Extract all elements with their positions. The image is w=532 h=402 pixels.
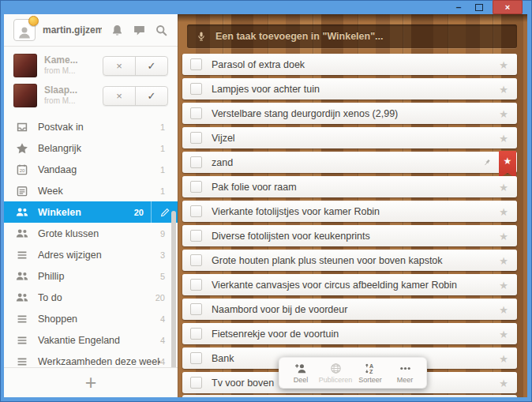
search-icon[interactable] <box>155 24 168 37</box>
person-icon <box>17 24 32 40</box>
sidebar-item-shoppen[interactable]: Shoppen 4 <box>4 308 178 329</box>
star-icon[interactable]: ★ <box>499 329 508 339</box>
sidebar-item-vakantie-engeland[interactable]: Vakantie Engeland 4 <box>4 329 178 351</box>
chat-icon[interactable] <box>133 24 146 37</box>
task-row[interactable]: Lampjes voor achter tuin ★ <box>182 78 517 100</box>
task-row[interactable]: Vijzel ★ <box>182 127 517 148</box>
microphone-icon[interactable] <box>196 31 207 42</box>
sidebar-item-grote-klussen[interactable]: Grote klussen 9 <box>4 223 178 244</box>
toolbar-sorteer-button[interactable]: AZ Sorteer <box>353 363 388 384</box>
star-icon[interactable]: ★ <box>499 84 508 94</box>
notification-actions: × ✓ <box>103 86 168 106</box>
accept-button[interactable]: ✓ <box>135 57 167 75</box>
add-task-input[interactable]: Een taak toevoegen in "Winkelen"... <box>187 24 517 48</box>
notification-item[interactable]: Kame... from M... × ✓ <box>4 51 178 81</box>
sidebar-item-adres-wijzigen[interactable]: Adres wijzigen 3 <box>4 244 178 265</box>
sidebar-item-phillip[interactable]: Phillip 5 <box>4 265 178 287</box>
task-checkbox[interactable] <box>190 132 202 144</box>
maximize-button[interactable] <box>469 0 489 14</box>
star-icon[interactable]: ★ <box>499 255 508 265</box>
sidebar-item-count: 20 <box>134 208 144 217</box>
sidebar-item-count: 4 <box>160 314 165 324</box>
notification-subtitle: from M... <box>44 96 103 107</box>
close-button[interactable]: × <box>493 0 523 14</box>
task-checkbox[interactable] <box>190 205 202 217</box>
account-bar[interactable]: martin.gijzemijter@g... <box>4 14 178 47</box>
list-icon <box>16 334 28 347</box>
notification-item[interactable]: Slaap... from M... × ✓ <box>4 81 178 111</box>
task-checkbox[interactable] <box>190 303 202 315</box>
star-icon[interactable]: ★ <box>499 182 508 192</box>
task-row[interactable]: Vierkante fotolijstjes voor kamer Robin … <box>182 201 517 222</box>
task-row[interactable]: Vierkante canvasjes voor circus afbeeldi… <box>182 274 517 295</box>
sidebar-item-count: 4 <box>160 336 165 345</box>
globe-icon <box>329 363 343 374</box>
notification-avatar <box>13 54 37 77</box>
sidebar-item-label: Shoppen <box>38 314 160 325</box>
task-row[interactable]: zand ★ <box>182 152 517 173</box>
toolbar-deel-button[interactable]: Deel <box>283 363 318 384</box>
add-list-button[interactable]: + <box>4 367 178 397</box>
sort-icon: AZ <box>364 363 377 374</box>
task-checkbox[interactable] <box>190 156 202 168</box>
task-title: Fietsenrekje voor de voortuin <box>212 329 489 340</box>
star-icon[interactable]: ★ <box>499 59 508 70</box>
task-title: Verstelbare stang deurgordijn xenos (2,9… <box>212 108 489 119</box>
sidebar-item-count: 1 <box>160 144 165 153</box>
sidebar-item-vandaag[interactable]: 20 Vandaag 1 <box>4 159 178 180</box>
task-checkbox[interactable] <box>190 181 202 193</box>
task-row[interactable]: Verstelbare stang deurgordijn xenos (2,9… <box>182 103 517 124</box>
toolbar-label: Meer <box>397 376 414 384</box>
minimize-button[interactable]: – <box>448 0 469 14</box>
task-checkbox[interactable] <box>190 83 202 95</box>
sidebar-scrollbar[interactable] <box>171 211 176 367</box>
notification-subtitle: from M... <box>44 66 103 77</box>
sidebar-item-week[interactable]: Week 1 <box>4 180 178 201</box>
task-row[interactable]: Parasol of extra doek ★ <box>182 54 517 75</box>
sidebar-item-werkzaamheden-deze-week[interactable]: Werkzaamheden deze week 4 <box>4 351 178 367</box>
decline-button[interactable]: × <box>103 87 135 105</box>
task-row[interactable]: Naambord voor bij de voordeur ★ <box>182 299 517 320</box>
toolbar-label: Publiceren <box>319 376 353 384</box>
task-checkbox[interactable] <box>190 352 202 364</box>
sidebar-item-to-do[interactable]: To do 20 <box>4 287 178 308</box>
task-checkbox[interactable] <box>190 58 202 70</box>
star-icon[interactable]: ★ <box>499 353 508 363</box>
account-email: martin.gijzemijter@g... <box>43 24 102 36</box>
more-icon <box>399 363 412 374</box>
task-row[interactable]: Fietsenrekje voor de voortuin ★ <box>182 323 517 344</box>
task-checkbox[interactable] <box>190 254 202 266</box>
toolbar-publiceren-button[interactable]: Publiceren <box>318 363 353 384</box>
task-row[interactable]: Pak folie voor raam ★ <box>182 176 517 197</box>
task-checkbox[interactable] <box>190 107 202 119</box>
star-icon[interactable]: ★ <box>499 133 508 143</box>
accept-button[interactable]: ✓ <box>135 87 167 105</box>
avatar[interactable] <box>13 19 36 41</box>
star-icon[interactable]: ★ <box>499 378 508 388</box>
sidebar-item-belangrijk[interactable]: Belangrijk 1 <box>4 137 178 159</box>
toolbar-label: Sorteer <box>358 376 382 384</box>
task-row[interactable]: Grote houten plank plus steunen voor bov… <box>182 250 517 271</box>
sidebar-item-postvak-in[interactable]: Postvak in 1 <box>4 116 178 137</box>
star-icon[interactable]: ★ <box>499 108 508 118</box>
star-icon[interactable]: ★ <box>499 231 508 241</box>
add-task-placeholder: Een taak toevoegen in "Winkelen"... <box>215 31 384 42</box>
star-icon[interactable]: ★ <box>499 206 508 216</box>
bell-icon[interactable] <box>111 24 124 37</box>
partial-task-row <box>182 395 517 397</box>
sidebar-item-winkelen[interactable]: Winkelen 20 <box>4 201 178 223</box>
task-checkbox[interactable] <box>190 230 202 242</box>
people-icon <box>16 206 28 219</box>
sidebar-lists: Postvak in 1 Belangrijk 1 20 Vandaag 1 W… <box>4 116 178 367</box>
toolbar-meer-button[interactable]: Meer <box>388 363 422 384</box>
star-icon[interactable]: ★ <box>499 280 508 290</box>
app-window: – × martin.gijzemijter@g... Kame... from… <box>0 0 532 402</box>
notification-badge <box>28 16 39 26</box>
decline-button[interactable]: × <box>103 57 135 75</box>
task-checkbox[interactable] <box>190 377 202 389</box>
task-row[interactable]: Diverse fotolijsten voor keukenprints ★ <box>182 225 517 246</box>
task-checkbox[interactable] <box>190 328 202 340</box>
star-icon[interactable]: ★ <box>499 304 508 314</box>
task-checkbox[interactable] <box>190 279 202 291</box>
starred-ribbon[interactable]: ★ <box>499 151 516 178</box>
